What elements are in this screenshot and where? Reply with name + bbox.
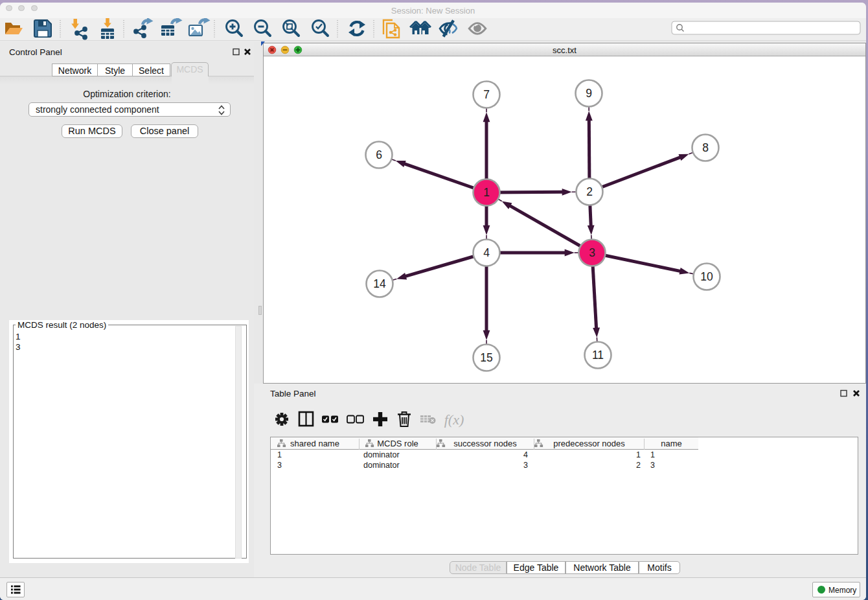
svg-text:4: 4 [483,246,490,259]
svg-text:7: 7 [483,88,490,101]
svg-text:2: 2 [586,185,593,198]
svg-text:15: 15 [480,351,492,364]
svg-text:9: 9 [586,87,592,100]
svg-text:1: 1 [483,186,490,199]
svg-text:14: 14 [373,277,386,290]
svg-text:8: 8 [702,141,709,154]
svg-text:11: 11 [592,349,604,362]
svg-text:6: 6 [376,148,382,161]
svg-text:10: 10 [700,270,713,283]
svg-text:3: 3 [589,246,595,259]
svg-text:f(x): f(x) [444,411,464,428]
